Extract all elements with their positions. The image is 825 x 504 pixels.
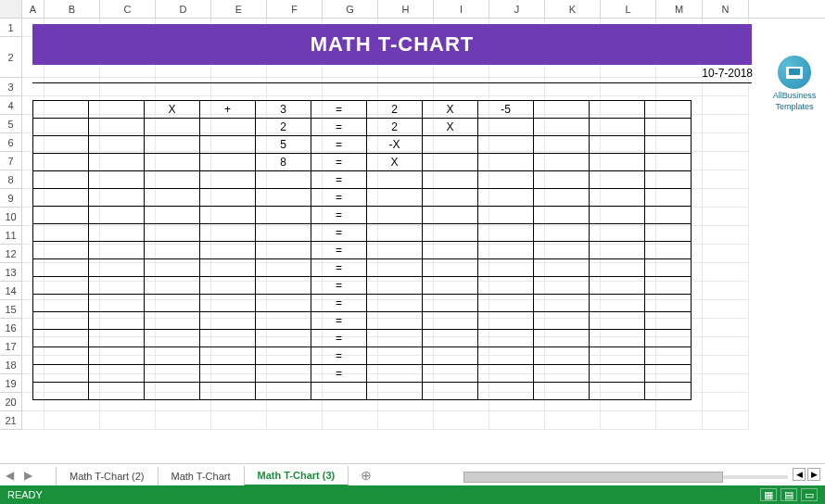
view-layout-icon[interactable]: ▤ (781, 488, 797, 501)
cell-B10[interactable] (33, 189, 89, 207)
col-header-C[interactable]: C (100, 0, 156, 18)
cell-H12[interactable] (367, 224, 423, 242)
cell-H14[interactable] (367, 259, 423, 277)
horizontal-scrollbar[interactable] (463, 469, 788, 485)
row-header-2[interactable]: 2 (0, 37, 22, 78)
cell-K14[interactable] (534, 259, 590, 277)
cell-K6[interactable] (534, 119, 590, 136)
cell-G12[interactable]: = (311, 224, 367, 242)
cell-F8[interactable]: 8 (256, 154, 311, 171)
cell-H16[interactable] (367, 295, 423, 312)
cell-M19[interactable] (645, 347, 692, 365)
cell-K12[interactable] (534, 224, 590, 242)
cell-B8[interactable] (33, 154, 89, 171)
cell-C18[interactable] (89, 330, 145, 347)
col-header-D[interactable]: D (156, 0, 211, 18)
cell-L12[interactable] (590, 224, 645, 242)
cell-K20[interactable] (534, 365, 590, 383)
cell-D14[interactable] (145, 259, 200, 277)
cell-H13[interactable] (367, 242, 423, 259)
cell-M12[interactable] (645, 224, 692, 242)
cell-M11[interactable] (645, 207, 692, 224)
cell-M18[interactable] (645, 330, 692, 347)
cell-D19[interactable] (145, 347, 200, 365)
sheet-tab[interactable]: Math T-Chart (158, 467, 245, 486)
cell-B6[interactable] (33, 119, 89, 136)
cell-K10[interactable] (534, 189, 590, 207)
cell-B5[interactable] (33, 101, 89, 119)
cell-F18[interactable] (256, 330, 311, 347)
cell-L14[interactable] (590, 259, 645, 277)
cell-F20[interactable] (256, 365, 311, 383)
cell-F7[interactable]: 5 (256, 136, 311, 154)
row-header-18[interactable]: 18 (0, 356, 22, 374)
cell-I18[interactable] (423, 330, 478, 347)
sheet-tab[interactable]: Math T-Chart (3) (244, 466, 349, 486)
cell-I9[interactable] (423, 171, 478, 189)
col-header-N[interactable]: N (703, 0, 749, 18)
view-normal-icon[interactable]: ▦ (760, 488, 777, 501)
cell-J14[interactable] (478, 259, 534, 277)
cell-K9[interactable] (534, 171, 590, 189)
tab-nav-prev[interactable]: ◀ (0, 466, 19, 485)
row-header-1[interactable]: 1 (0, 19, 22, 37)
row-header-12[interactable]: 12 (0, 245, 22, 263)
cell-E7[interactable] (200, 136, 256, 154)
cell-I11[interactable] (423, 207, 478, 224)
cell-C20[interactable] (89, 365, 145, 383)
cell-D9[interactable] (145, 171, 200, 189)
cell-F21[interactable] (256, 383, 311, 400)
cell-C21[interactable] (89, 383, 145, 400)
cell-M14[interactable] (645, 259, 692, 277)
cell-B14[interactable] (33, 259, 89, 277)
col-header-G[interactable]: G (323, 0, 378, 18)
row-header-19[interactable]: 19 (0, 374, 22, 393)
cell-M20[interactable] (645, 365, 692, 383)
cell-J18[interactable] (478, 330, 534, 347)
cell-C6[interactable] (89, 119, 145, 136)
cell-L8[interactable] (590, 154, 645, 171)
cell-I7[interactable] (423, 136, 478, 154)
cell-H5[interactable]: 2 (367, 101, 423, 119)
cell-B11[interactable] (33, 207, 89, 224)
cell-I13[interactable] (423, 242, 478, 259)
row-header-14[interactable]: 14 (0, 282, 22, 300)
cell-F5[interactable]: 3 (256, 101, 311, 119)
cell-M6[interactable] (645, 119, 692, 136)
row-header-13[interactable]: 13 (0, 263, 22, 282)
cell-H11[interactable] (367, 207, 423, 224)
cell-E18[interactable] (200, 330, 256, 347)
cell-J11[interactable] (478, 207, 534, 224)
row-header-20[interactable]: 20 (0, 393, 22, 411)
cell-C14[interactable] (89, 259, 145, 277)
row-header-9[interactable]: 9 (0, 189, 22, 208)
cell-E14[interactable] (200, 259, 256, 277)
cell-K11[interactable] (534, 207, 590, 224)
cell-G9[interactable]: = (311, 171, 367, 189)
cell-F12[interactable] (256, 224, 311, 242)
cell-I16[interactable] (423, 295, 478, 312)
cell-G14[interactable]: = (311, 259, 367, 277)
add-sheet-button[interactable]: ⊕ (355, 468, 377, 483)
cell-L9[interactable] (590, 171, 645, 189)
cell-B16[interactable] (33, 295, 89, 312)
scroll-buttons[interactable]: ◀▶ (788, 463, 825, 485)
cell-C15[interactable] (89, 277, 145, 295)
cell-B19[interactable] (33, 347, 89, 365)
cell-G15[interactable]: = (311, 277, 367, 295)
cell-B7[interactable] (33, 136, 89, 154)
cell-J15[interactable] (478, 277, 534, 295)
cell-D11[interactable] (145, 207, 200, 224)
cell-E12[interactable] (200, 224, 256, 242)
cell-B20[interactable] (33, 365, 89, 383)
row-header-3[interactable]: 3 (0, 78, 22, 96)
cell-E5[interactable]: + (200, 101, 256, 119)
cell-L19[interactable] (590, 347, 645, 365)
math-t-chart-table[interactable]: X+3=2X-52=2X5=-X8=X============ (32, 100, 692, 400)
cell-G19[interactable]: = (311, 347, 367, 365)
cell-D12[interactable] (145, 224, 200, 242)
tab-nav-next[interactable]: ▶ (19, 466, 37, 485)
cell-E16[interactable] (200, 295, 256, 312)
cell-M7[interactable] (645, 136, 692, 154)
cell-D5[interactable]: X (145, 101, 200, 119)
